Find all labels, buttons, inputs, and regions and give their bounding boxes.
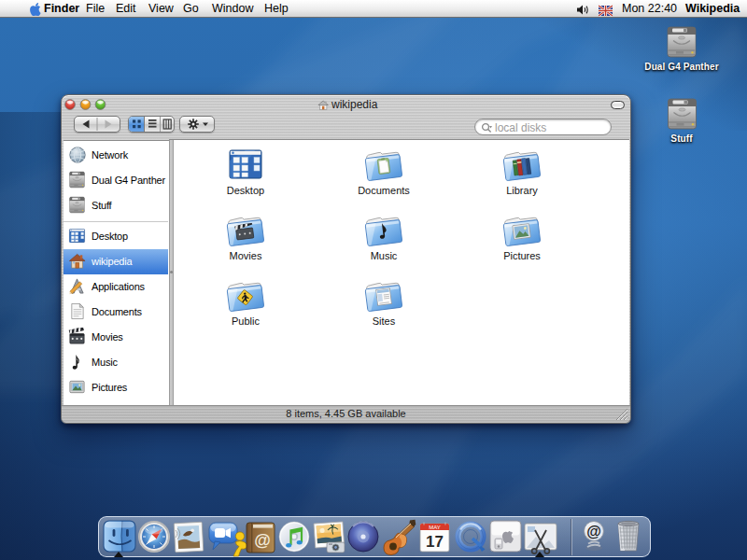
svg-text:17: 17 xyxy=(426,533,444,551)
svg-text:@: @ xyxy=(586,524,601,539)
svg-text:MAY: MAY xyxy=(429,525,441,530)
svg-text:@: @ xyxy=(254,531,271,550)
